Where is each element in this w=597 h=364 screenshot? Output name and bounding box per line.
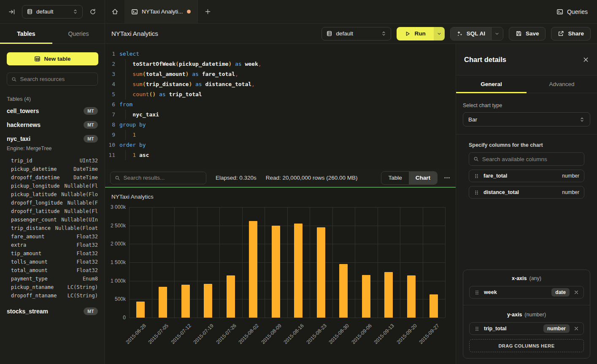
view-toggle-chart[interactable]: Chart <box>409 172 437 184</box>
bar-2015-08-23[interactable] <box>317 227 325 318</box>
collapse-sidebar-button[interactable] <box>6 6 18 18</box>
refresh-button[interactable] <box>87 6 99 18</box>
column-item-tolls_amount: tolls_amountFloat32 <box>0 258 105 266</box>
view-toggle-table[interactable]: Table <box>381 172 408 184</box>
drag-dots-icon <box>474 173 479 179</box>
drag-handle-icon[interactable] <box>474 290 480 295</box>
code-text: sum(total_amount) as fare_total, <box>119 69 238 79</box>
sql-ai-button[interactable]: SQL AI <box>451 27 491 40</box>
drag-handle-icon[interactable] <box>474 326 480 332</box>
column-name: total_amount <box>11 267 48 273</box>
sidebar-tab-queries[interactable]: Queries <box>52 24 105 43</box>
column-type: number <box>562 173 579 179</box>
bar-2015-09-27[interactable] <box>430 294 438 318</box>
chart-details-tabs: General Advanced <box>456 75 597 93</box>
code-text: count() as trip_total <box>119 89 202 100</box>
bar-2015-08-16[interactable] <box>294 224 303 318</box>
sidebar-tabs: Tables Queries <box>0 24 105 44</box>
bar-2015-09-13[interactable] <box>384 272 393 318</box>
chart-type-value: Bar <box>468 116 477 123</box>
new-table-button[interactable]: New table <box>7 52 98 65</box>
topbar-right: Queries <box>547 0 597 23</box>
remove-chip-button[interactable] <box>574 290 579 295</box>
bar-2015-08-09[interactable] <box>272 226 280 318</box>
results-more-button[interactable] <box>443 174 451 181</box>
results-search-input[interactable] <box>124 175 202 181</box>
drag-dots-icon <box>474 290 480 295</box>
read-stat: Read: 20,000,000 rows (260.00 MB) <box>266 175 358 181</box>
drag-columns-drop-zone[interactable]: DRAG COLUMNS HERE <box>469 339 584 352</box>
tab-advanced[interactable]: Advanced <box>527 75 597 93</box>
table-item-hackernews[interactable]: hackernewsMT <box>0 118 105 132</box>
search-icon <box>473 156 479 162</box>
run-options-button[interactable] <box>434 27 445 40</box>
code-text: sum(trip_distance) as distance_total, <box>119 79 255 89</box>
share-icon <box>558 30 564 37</box>
table-item-stocks_stream[interactable]: stocks_streamMT <box>0 304 105 318</box>
gridline-x <box>265 207 265 318</box>
run-button[interactable]: Run <box>397 27 433 40</box>
bar-2015-09-06[interactable] <box>362 275 370 318</box>
new-tab-button[interactable] <box>198 0 218 23</box>
bar-2015-09-20[interactable] <box>407 275 416 318</box>
table-item-cell_towers[interactable]: cell_towersMT <box>0 104 105 118</box>
engine-badge: MT <box>84 121 98 129</box>
columns-search-input[interactable] <box>482 156 580 162</box>
line-number: 5 <box>105 89 119 100</box>
sql-editor[interactable]: 1select2 toStartOfWeek(pickup_datetime) … <box>105 44 456 169</box>
available-column-distance-total[interactable]: distance_total number <box>469 186 584 199</box>
bar-2015-08-30[interactable] <box>339 264 348 318</box>
table-item-nyc_taxi[interactable]: nyc_taxiMT <box>0 132 105 146</box>
tab-general[interactable]: General <box>456 75 527 93</box>
close-icon <box>574 290 579 295</box>
bar-2015-08-02[interactable] <box>249 221 257 318</box>
run-database-selector[interactable]: default <box>321 27 391 40</box>
column-name: distance_total <box>484 189 519 195</box>
queries-button[interactable]: Queries <box>556 8 588 15</box>
resource-search <box>7 73 98 86</box>
x-tick-label: 2015-08-09 <box>260 323 282 345</box>
sidebar-tab-tables[interactable]: Tables <box>0 24 52 43</box>
axis-mapping-box: x-axis(any) week date y-axis(number) <box>463 270 590 359</box>
bar-2015-07-19[interactable] <box>204 284 212 318</box>
close-panel-button[interactable] <box>583 57 589 63</box>
bar-2015-06-28[interactable] <box>136 302 145 318</box>
column-type: LC(String) <box>68 284 98 290</box>
y-axis-chip-trip-total[interactable]: trip_total number <box>469 322 584 335</box>
sql-ai-options-button[interactable] <box>491 27 503 40</box>
close-icon <box>574 326 579 331</box>
resource-search-input[interactable] <box>20 76 93 82</box>
chip-type-badge: date <box>551 288 570 297</box>
code-text: 1 <box>119 130 136 140</box>
play-icon <box>405 31 411 37</box>
chart-details-panel: Chart details General Advanced Select ch… <box>456 44 597 364</box>
save-button[interactable]: Save <box>509 27 546 40</box>
columns-label: Specify columns for the chart <box>469 142 584 148</box>
gridline-x <box>287 207 288 318</box>
chart-details-header: Chart details <box>456 44 597 75</box>
drag-handle-icon[interactable] <box>474 173 479 179</box>
column-type: Nullable(Float <box>55 225 98 231</box>
gridline-x <box>219 207 220 318</box>
top-bar: default NYTaxi Analyti... Queri <box>0 0 597 24</box>
gridline-x <box>310 207 310 318</box>
gridline-y <box>129 318 445 318</box>
bar-2015-07-05[interactable] <box>159 287 167 318</box>
column-item-pickup_datetime: pickup_datetimeDateTime <box>0 165 105 173</box>
table-engine-label: Engine: MergeTree <box>0 146 105 155</box>
bar-2015-07-26[interactable] <box>227 275 235 318</box>
column-item-dropoff_datetime: dropoff_datetimeDateTime <box>0 173 105 182</box>
column-name: pickup_latitude <box>11 191 57 197</box>
share-button[interactable]: Share <box>551 27 591 40</box>
column-type: UInt32 <box>80 158 98 164</box>
remove-chip-button[interactable] <box>574 326 579 331</box>
drag-handle-icon[interactable] <box>474 190 479 195</box>
home-button[interactable] <box>105 0 124 23</box>
editor-tab-nytaxi[interactable]: NYTaxi Analyti... <box>124 0 198 23</box>
bar-2015-07-12[interactable] <box>181 285 190 318</box>
chart-details-body: Select chart type Bar Specify columns fo… <box>456 102 597 364</box>
chart-type-select[interactable]: Bar <box>463 112 590 127</box>
database-selector[interactable]: default <box>22 5 83 19</box>
available-column-fare-total[interactable]: fare_total number <box>469 170 584 182</box>
x-axis-chip-week[interactable]: week date <box>469 286 584 299</box>
